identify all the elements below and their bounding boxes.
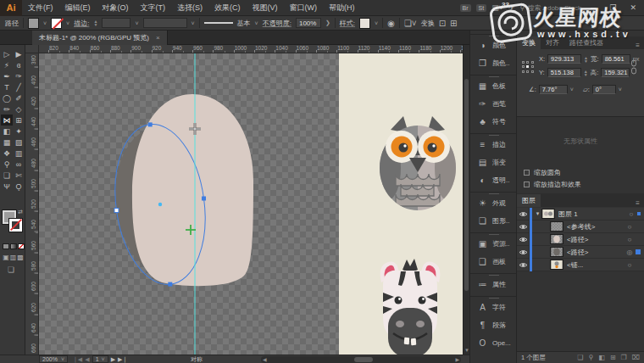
selection-indicator[interactable] <box>637 212 641 215</box>
layer-target-icon[interactable]: ○ <box>624 236 636 243</box>
collapsed-panel-2-2[interactable]: ◐透明.. <box>470 171 516 189</box>
collapsed-panel-0-1[interactable]: ❐颜色.. <box>470 54 516 72</box>
shear-field[interactable]: 0° <box>592 85 616 94</box>
scale-strokes-effects-checkbox[interactable]: 缩放描边和效果 <box>524 180 581 189</box>
magic-wand-tool[interactable]: ⚡ <box>1 59 13 70</box>
stroke-stepper[interactable]: ▲▼ <box>93 20 97 26</box>
menu-item-6[interactable]: 视图(V) <box>247 0 284 16</box>
collapsed-panel-1-1[interactable]: ✑画笔 <box>470 95 516 113</box>
canvas[interactable] <box>39 53 463 355</box>
layer-row-3[interactable]: <路径>◎ <box>517 246 644 259</box>
paintbrush-tool[interactable]: ✐ <box>13 92 25 103</box>
screen-mode-icon[interactable]: ❏ <box>8 265 14 274</box>
layer-target-icon[interactable]: ○ <box>624 261 636 269</box>
layer-row-0[interactable]: ▾图层 1○ <box>517 208 644 221</box>
selection-indicator[interactable] <box>636 249 641 254</box>
vertical-scrollbar[interactable]: ▼ <box>463 45 469 355</box>
tab-close-icon[interactable]: × <box>156 34 160 42</box>
direct-selection-tool[interactable]: ▷ <box>1 48 13 59</box>
recolor-artwork-icon[interactable]: ◉ <box>387 19 395 28</box>
stroke-color-swatch[interactable] <box>51 18 62 29</box>
blend-tool[interactable]: ∞ <box>13 159 25 170</box>
brush-dropdown-icon[interactable]: ˅ <box>255 20 258 26</box>
layer-row-2[interactable]: <路径>○ <box>517 233 644 246</box>
visibility-eye-icon[interactable] <box>517 221 530 233</box>
zoom-tool[interactable]: Ǫ <box>13 181 25 192</box>
select-similar-icon[interactable]: ⊞ <box>450 19 457 28</box>
shear-dropdown-icon[interactable]: ˅ <box>619 87 622 92</box>
constrain-proportions-icon[interactable] <box>630 59 638 75</box>
menu-item-4[interactable]: 选择(S) <box>171 0 208 16</box>
width-field[interactable]: 86.561 <box>602 54 630 64</box>
vertical-ruler[interactable]: 3804004204404604805005205405605806006206… <box>25 53 39 355</box>
fill-color-swatch[interactable] <box>28 18 39 29</box>
tab-layers[interactable]: 图层 <box>517 194 541 207</box>
minimize-button[interactable]: ─ <box>586 3 600 12</box>
ruler-origin-corner[interactable] <box>25 45 39 53</box>
visibility-eye-icon[interactable] <box>517 233 530 246</box>
height-field[interactable]: 159.321 <box>601 68 630 77</box>
rotate-dropdown-icon[interactable]: ˅ <box>570 87 574 92</box>
collapsed-panel-0-0[interactable]: ◑颜色 <box>470 36 516 54</box>
layer-name[interactable]: <路径> <box>567 248 624 257</box>
fill-dropdown-icon[interactable]: ˅ <box>43 20 47 26</box>
fill-stroke-control[interactable]: ⇄ <box>3 210 23 239</box>
layer-name[interactable]: <路径> <box>567 235 624 244</box>
free-transform-tool[interactable]: ⊞ <box>13 114 25 126</box>
app-logo[interactable]: Ai <box>0 0 22 16</box>
zoom-level-dropdown[interactable]: 200%˅ <box>39 355 68 363</box>
new-layer-icon[interactable]: ❐ <box>621 354 627 361</box>
style-swatch[interactable] <box>359 18 370 29</box>
stock-search[interactable]: ⚲ 搜索 Adobe Stock <box>520 3 581 13</box>
selection-tool[interactable]: ▶ <box>13 48 25 59</box>
shape-builder-tool[interactable]: ◧ <box>1 126 13 137</box>
gradient-mode-button[interactable] <box>10 243 17 249</box>
ellipse-tool[interactable]: ◯ <box>1 92 13 103</box>
menu-item-3[interactable]: 文字(T) <box>135 0 172 16</box>
collect-for-export-icon[interactable]: ❏ <box>577 354 583 361</box>
eyedropper-tool[interactable]: ⚲ <box>1 159 13 170</box>
last-artboard-icon[interactable]: ▶❘ <box>118 356 127 363</box>
collapsed-panel-6-2[interactable]: OOpe... <box>470 334 516 352</box>
menu-item-2[interactable]: 对象(O) <box>97 0 135 16</box>
visibility-eye-icon[interactable] <box>517 259 530 271</box>
shaper-tool[interactable]: ◇ <box>13 103 25 114</box>
scroll-left-icon[interactable]: ◀ <box>263 356 267 362</box>
width-profile-dropdown-icon[interactable]: ˅ <box>192 20 195 26</box>
live-paint-tool[interactable]: ✦ <box>13 126 25 137</box>
rotate-field[interactable]: 7.76° <box>539 85 568 94</box>
curvature-tool[interactable]: ✑ <box>13 70 25 81</box>
visibility-eye-icon[interactable] <box>517 208 530 221</box>
layers-menu-icon[interactable]: ≡ <box>636 199 644 207</box>
collapsed-panel-1-0[interactable]: ▦色板 <box>470 77 516 95</box>
line-segment-tool[interactable]: ╱ <box>13 81 25 92</box>
stroke-weight-dropdown-icon[interactable]: ˅ <box>135 20 138 26</box>
workspace-switcher-icon[interactable]: ▥˅ <box>491 3 503 12</box>
vertical-scrollbar-thumb[interactable] <box>464 79 469 291</box>
width-tool[interactable]: ⋈ <box>1 114 13 126</box>
stroke-weight-label[interactable]: 描边: <box>74 19 89 28</box>
menu-item-7[interactable]: 窗口(W) <box>284 0 324 16</box>
stroke-weight-field[interactable] <box>102 18 130 28</box>
collapsed-panel-3-1[interactable]: ❏图形.. <box>470 212 516 230</box>
first-artboard-icon[interactable]: ❘◀ <box>73 356 82 363</box>
document-tab[interactable]: 未标题-1* @ 200% (RGB/GPU 预览) × <box>32 31 168 45</box>
align-options-icon[interactable]: ❏˅ <box>404 19 417 28</box>
gradient-tool[interactable]: ▨ <box>13 137 25 148</box>
none-mode-button[interactable] <box>18 243 25 249</box>
horizontal-scrollbar-thumb[interactable] <box>354 357 373 362</box>
close-button[interactable]: ✕ <box>625 3 641 12</box>
collapsed-panel-2-0[interactable]: ≡描边 <box>470 136 516 154</box>
stroke-dropdown-icon[interactable]: ˅ <box>66 20 69 26</box>
bridge-button[interactable]: Br <box>460 4 471 12</box>
collapsed-panel-6-0[interactable]: A字符 <box>470 299 516 316</box>
style-label[interactable]: 样式: <box>340 19 355 28</box>
artboard-tool[interactable]: ❏ <box>1 170 13 181</box>
opacity-dropdown-icon[interactable]: ❯ <box>325 20 330 26</box>
locate-object-icon[interactable]: ⚲ <box>588 354 593 361</box>
prev-artboard-icon[interactable]: ◀ <box>85 356 89 363</box>
restore-button[interactable]: ❐ <box>605 3 620 12</box>
expand-icon[interactable]: ▾ <box>534 210 541 217</box>
isolate-object-icon[interactable]: ⊡ <box>439 19 446 28</box>
artboard-number-field[interactable]: 1˅ <box>92 355 108 363</box>
